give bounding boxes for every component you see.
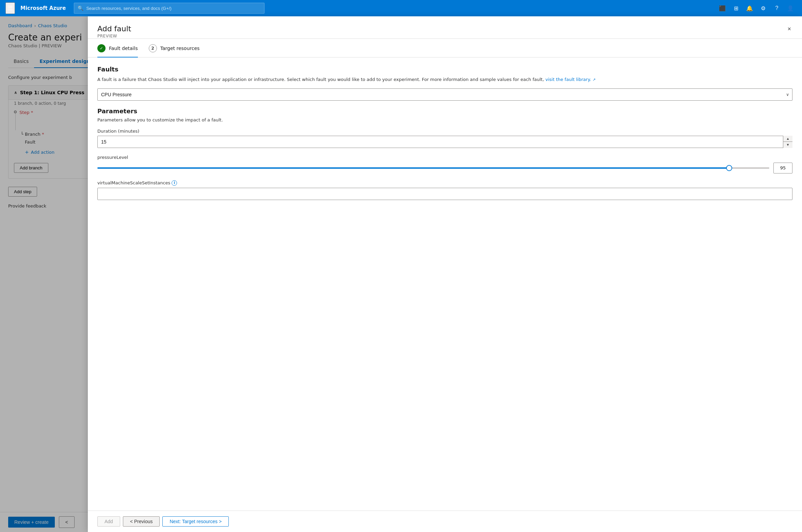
duration-input-wrapper: ▲ ▼ (97, 136, 792, 148)
wizard-step-fault-details[interactable]: ✓ Fault details (97, 44, 138, 57)
portal-menu-icon[interactable]: ⊞ (730, 2, 742, 14)
duration-spinners: ▲ ▼ (783, 136, 792, 148)
search-input[interactable] (86, 6, 261, 11)
wizard-steps: ✓ Fault details 2 Target resources (88, 39, 802, 57)
wizard-step-2-label: Target resources (160, 46, 200, 51)
external-link-icon: ↗ (593, 78, 596, 82)
panel-title: Add fault (97, 24, 131, 33)
help-icon[interactable]: ? (771, 2, 783, 14)
account-icon[interactable]: 👤 (784, 2, 797, 14)
azure-logo: Microsoft Azure (20, 5, 66, 11)
wizard-step-2-circle: 2 (149, 44, 157, 52)
panel-subtitle: PREVIEW (97, 34, 131, 38)
topbar-icons: ⬛ ⊞ 🔔 ⚙ ? 👤 (716, 2, 797, 14)
duration-label: Duration (minutes) (97, 129, 792, 134)
pressure-label: pressureLevel (97, 155, 792, 160)
vmss-label: virtualMachineScaleSetInstances (97, 180, 170, 185)
duration-spin-up[interactable]: ▲ (783, 136, 792, 142)
duration-spin-down[interactable]: ▼ (783, 142, 792, 148)
wizard-step-1-circle: ✓ (97, 44, 106, 52)
panel-next-button[interactable]: Next: Target resources > (162, 516, 229, 527)
wizard-step-target-resources[interactable]: 2 Target resources (149, 44, 200, 57)
duration-field-group: Duration (minutes) ▲ ▼ (97, 129, 792, 148)
slider-track-wrapper (97, 165, 769, 171)
wizard-step-1-label: Fault details (109, 46, 138, 51)
fault-dropdown-group: CPU Pressure Memory Pressure Network Dis… (97, 88, 792, 101)
faults-description: A fault is a failure that Chaos Studio w… (97, 76, 792, 83)
vmss-info-icon[interactable]: i (172, 180, 177, 186)
vmss-field-group: virtualMachineScaleSetInstances i (97, 180, 792, 200)
faults-section-title: Faults (97, 66, 792, 73)
fault-library-link[interactable]: visit the fault library. ↗ (545, 77, 595, 82)
parameters-description: Parameters allow you to customize the im… (97, 117, 792, 122)
hamburger-menu[interactable]: ☰ (5, 2, 15, 14)
search-bar[interactable]: 🔍 (74, 3, 264, 14)
cloud-shell-icon[interactable]: ⬛ (716, 2, 728, 14)
topbar: ☰ Microsoft Azure 🔍 ⬛ ⊞ 🔔 ⚙ ? 👤 (0, 0, 802, 16)
panel-previous-button[interactable]: < Previous (123, 516, 160, 527)
parameters-section-title: Parameters (97, 107, 792, 115)
fault-select-wrapper: CPU Pressure Memory Pressure Network Dis… (97, 88, 792, 101)
search-icon: 🔍 (78, 5, 83, 11)
vmss-label-row: virtualMachineScaleSetInstances i (97, 180, 792, 186)
duration-input[interactable] (97, 136, 792, 148)
notification-icon[interactable]: 🔔 (743, 2, 756, 14)
fault-select[interactable]: CPU Pressure Memory Pressure Network Dis… (97, 88, 792, 101)
vmss-input[interactable] (97, 188, 792, 200)
panel-body: Faults A fault is a failure that Chaos S… (88, 57, 802, 511)
side-panel: Add fault PREVIEW × ✓ Fault details 2 Ta… (88, 16, 802, 532)
slider-container: 95 (97, 163, 792, 173)
panel-header: Add fault PREVIEW × (88, 16, 802, 39)
pressure-value-box: 95 (773, 163, 792, 173)
panel-footer: Add < Previous Next: Target resources > (88, 511, 802, 532)
panel-add-button[interactable]: Add (97, 516, 120, 527)
settings-icon[interactable]: ⚙ (757, 2, 769, 14)
pressure-field-group: pressureLevel 95 (97, 155, 792, 173)
panel-close-button[interactable]: × (786, 24, 792, 33)
